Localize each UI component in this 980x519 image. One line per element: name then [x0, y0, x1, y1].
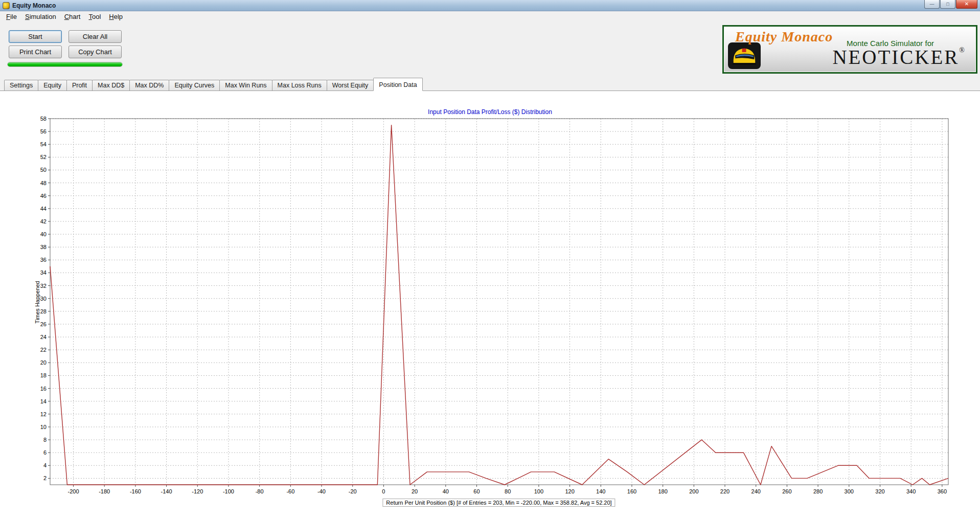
y-tick-label: 26 — [40, 321, 47, 327]
y-tick-label: 16 — [40, 386, 47, 392]
tab-max-dd[interactable]: Max DD% — [129, 80, 169, 91]
tab-position-data[interactable]: Position Data — [373, 78, 422, 91]
x-tick-label: -60 — [286, 488, 294, 494]
x-tick-label: -100 — [223, 488, 234, 494]
y-tick-label: 36 — [40, 257, 47, 263]
y-tick-label: 58 — [40, 116, 47, 122]
print-chart-button[interactable]: Print Chart — [9, 46, 62, 58]
y-tick-label: 24 — [40, 334, 47, 340]
y-tick-label: 28 — [40, 308, 47, 314]
y-tick-label: 18 — [40, 372, 47, 378]
y-tick-label: 32 — [40, 283, 47, 289]
tab-max-loss-runs[interactable]: Max Loss Runs — [272, 80, 327, 91]
y-tick-label: 56 — [40, 128, 47, 134]
window-title: Equity Monaco — [12, 2, 56, 9]
tab-worst-equity[interactable]: Worst Equity — [327, 80, 374, 91]
y-tick-label: 38 — [40, 244, 47, 250]
plot-area — [50, 119, 948, 485]
y-tick-label: 50 — [40, 167, 47, 173]
tab-max-win-runs[interactable]: Max Win Runs — [219, 80, 272, 91]
titlebar[interactable]: Equity Monaco —□✕ — [0, 0, 980, 11]
maximize-button[interactable]: □ — [940, 0, 955, 9]
y-axis-title: Times Happened — [34, 281, 40, 323]
y-tick-label: 54 — [40, 141, 47, 147]
menu-help[interactable]: Help — [105, 11, 127, 22]
x-tick-label: 360 — [938, 488, 947, 494]
banner-product-name: Equity Monaco — [735, 29, 833, 45]
x-tick-label: 220 — [720, 488, 730, 494]
app-icon — [3, 2, 10, 9]
y-tick-label: 22 — [40, 347, 47, 353]
menu-file[interactable]: File — [2, 11, 21, 22]
x-tick-label: 180 — [658, 488, 667, 494]
distribution-chart: -200-180-160-140-120-100-80-60-40-200204… — [0, 91, 980, 519]
copy-chart-button[interactable]: Copy Chart — [69, 46, 122, 58]
x-tick-label: -20 — [349, 488, 357, 494]
x-tick-label: -120 — [192, 488, 203, 494]
y-tick-label: 40 — [40, 231, 47, 237]
x-tick-label: 140 — [596, 488, 605, 494]
minimize-button[interactable]: — — [924, 0, 940, 9]
x-tick-label: 280 — [813, 488, 823, 494]
window-controls: —□✕ — [924, 0, 977, 9]
tab-page-position-data: Input Position Data Profit/Loss ($) Dist… — [0, 91, 980, 519]
tab-profit[interactable]: Profit — [66, 80, 93, 91]
x-tick-label: 200 — [689, 488, 698, 494]
y-tick-label: 6 — [43, 449, 47, 456]
y-tick-label: 30 — [40, 296, 47, 302]
registered-mark: ® — [959, 47, 965, 54]
x-tick-label: 120 — [565, 488, 574, 494]
x-tick-label: 20 — [412, 488, 418, 494]
x-tick-label: -140 — [161, 488, 172, 494]
x-tick-label: 340 — [906, 488, 916, 494]
x-tick-label: -160 — [130, 488, 141, 494]
tab-settings[interactable]: Settings — [4, 80, 38, 91]
x-tick-label: 40 — [443, 488, 449, 494]
y-tick-label: 14 — [40, 398, 47, 404]
y-tick-label: 2 — [43, 475, 47, 481]
x-tick-label: -80 — [256, 488, 264, 494]
y-tick-label: 12 — [40, 411, 47, 417]
y-tick-label: 4 — [43, 462, 47, 468]
y-tick-label: 46 — [40, 193, 47, 199]
menu-tool[interactable]: Tool — [84, 11, 105, 22]
y-tick-label: 20 — [40, 359, 47, 366]
banner-brand-name: NEOTICKER® — [832, 47, 965, 67]
helmet-logo-icon — [728, 42, 761, 69]
clear-all-button[interactable]: Clear All — [69, 30, 122, 43]
tab-max-dd[interactable]: Max DD$ — [92, 80, 130, 91]
x-tick-label: 300 — [845, 488, 854, 494]
progress-bar — [7, 62, 123, 67]
toolbar: Start Clear All Print Chart Copy Chart E… — [0, 22, 980, 78]
x-axis-title: Return Per Unit Position ($) [# of Entri… — [382, 499, 615, 507]
x-tick-label: 240 — [751, 488, 761, 494]
tab-equity-curves[interactable]: Equity Curves — [169, 80, 220, 91]
menubar: FileSimulationChartToolHelp — [0, 11, 980, 22]
start-button[interactable]: Start — [9, 30, 62, 43]
x-tick-label: -200 — [68, 488, 79, 494]
y-tick-label: 8 — [43, 437, 47, 443]
x-tick-label: 320 — [875, 488, 884, 494]
tab-equity[interactable]: Equity — [38, 80, 67, 91]
x-tick-label: 160 — [627, 488, 636, 494]
y-tick-label: 34 — [40, 269, 47, 276]
progress-fill — [8, 62, 122, 66]
x-tick-label: 0 — [382, 488, 385, 494]
close-button[interactable]: ✕ — [956, 0, 977, 9]
branding-banner: Equity Monaco Monte Carlo Simulator for … — [722, 25, 977, 74]
y-tick-label: 42 — [40, 218, 47, 224]
y-tick-label: 48 — [40, 180, 47, 186]
x-tick-label: 260 — [782, 488, 791, 494]
x-tick-label: 80 — [505, 488, 511, 494]
x-tick-label: -40 — [317, 488, 326, 494]
app-window: Equity Monaco —□✕ FileSimulationChartToo… — [0, 0, 980, 519]
menu-chart[interactable]: Chart — [60, 11, 85, 22]
menu-simulation[interactable]: Simulation — [21, 11, 60, 22]
y-tick-label: 10 — [40, 424, 47, 430]
x-tick-label: -180 — [99, 488, 110, 494]
y-tick-label: 52 — [40, 154, 47, 160]
y-tick-label: 44 — [40, 206, 47, 212]
tab-strip: SettingsEquityProfitMax DD$Max DD%Equity… — [0, 78, 980, 91]
x-tick-label: 100 — [534, 488, 543, 494]
x-tick-label: 60 — [473, 488, 480, 494]
